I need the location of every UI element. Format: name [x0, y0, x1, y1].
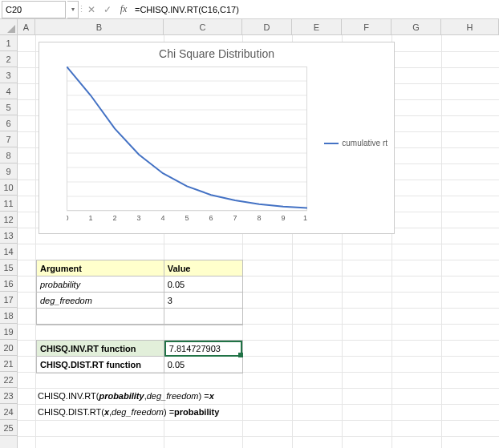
svg-text:4: 4 — [160, 214, 164, 222]
empty-cell[interactable] — [164, 309, 242, 325]
chart-title: Chi Square Distribution — [39, 42, 394, 62]
svg-text:7: 7 — [233, 214, 237, 222]
col-header-H[interactable]: H — [441, 19, 499, 34]
row-header-14[interactable]: 14 — [0, 244, 17, 260]
col-header-A[interactable]: A — [18, 19, 35, 34]
svg-text:9: 9 — [281, 214, 285, 222]
x-icon: ✕ — [87, 4, 95, 15]
row-header-23[interactable]: 23 — [0, 388, 17, 404]
svg-text:0: 0 — [67, 214, 69, 222]
row-header-5[interactable]: 5 — [0, 99, 17, 115]
argument-table: Argument Value probability 0.05 deg_free… — [36, 260, 243, 325]
row-header-7[interactable]: 7 — [0, 131, 17, 147]
func-value: 7.814727903 — [169, 344, 221, 353]
svg-text:2: 2 — [112, 214, 116, 222]
svg-text:3: 3 — [136, 214, 140, 222]
select-all-corner[interactable] — [0, 19, 18, 35]
chart-legend: cumulative rt — [324, 139, 387, 147]
arg-value[interactable]: 3 — [164, 293, 242, 309]
formula-bar: C20 ▾ ⋮ ✕ ✓ fx — [0, 0, 499, 19]
name-box-text: C20 — [6, 5, 22, 14]
svg-text:8: 8 — [257, 214, 261, 222]
name-box[interactable]: C20 — [2, 1, 66, 18]
formula-input[interactable] — [132, 1, 499, 18]
row-header-19[interactable]: 19 — [0, 324, 17, 340]
col-header-G[interactable]: G — [391, 19, 441, 34]
func-label[interactable]: CHISQ.DIST.RT function — [37, 357, 164, 373]
col-header-F[interactable]: F — [342, 19, 391, 34]
func-value[interactable]: 0.05 — [164, 357, 242, 373]
table-row: deg_freedom 3 — [37, 293, 242, 309]
empty-cell[interactable] — [37, 309, 164, 325]
cancel-button[interactable]: ✕ — [83, 1, 99, 18]
chevron-down-icon: ▾ — [71, 6, 75, 13]
row-header-2[interactable]: 2 — [0, 51, 17, 67]
row-header-1[interactable]: 1 — [0, 35, 17, 51]
row-header-15[interactable]: 15 — [0, 260, 17, 276]
col-header-D[interactable]: D — [242, 19, 292, 34]
svg-text:1: 1 — [88, 214, 92, 222]
row-header-8[interactable]: 8 — [0, 147, 17, 163]
arg-value[interactable]: 0.05 — [164, 276, 242, 293]
row-header-22[interactable]: 22 — [0, 372, 17, 388]
chart-plot: 012345678910 00.10.20.30.40.50.60.70.80.… — [67, 67, 307, 227]
arg-name[interactable]: deg_freedom — [37, 293, 164, 309]
row-header-10[interactable]: 10 — [0, 180, 17, 196]
func-label[interactable]: CHISQ.INV.RT function — [37, 341, 164, 357]
active-cell[interactable]: 7.814727903 — [164, 341, 242, 357]
chart[interactable]: Chi Square Distribution 012345678910 00.… — [39, 42, 395, 234]
row-header-3[interactable]: 3 — [0, 67, 17, 83]
row-header-24[interactable]: 24 — [0, 404, 17, 420]
table-row — [37, 309, 242, 325]
row-header-6[interactable]: 6 — [0, 115, 17, 131]
enter-button[interactable]: ✓ — [99, 1, 116, 18]
insert-function-button[interactable]: fx — [116, 1, 132, 18]
note-line-2[interactable]: CHISQ.DIST.RT( x , deg_freedom ) = proba… — [36, 404, 221, 420]
check-icon: ✓ — [103, 4, 112, 15]
row-header-18[interactable]: 18 — [0, 308, 17, 324]
row-header-11[interactable]: 11 — [0, 196, 17, 212]
note-line-1[interactable]: CHISQ.INV.RT( probability , deg_freedom … — [36, 388, 216, 404]
row-header-9[interactable]: 9 — [0, 163, 17, 180]
fx-icon: fx — [120, 3, 128, 15]
arg-name[interactable]: probability — [37, 276, 164, 293]
col-header-C[interactable]: C — [164, 19, 242, 34]
col-header-E[interactable]: E — [292, 19, 342, 34]
row-header-20[interactable]: 20 — [0, 340, 17, 356]
row-header-21[interactable]: 21 — [0, 356, 17, 372]
row-headers: 1234567891011121314151617181920212223242… — [0, 35, 18, 448]
column-headers: ABCDEFGH — [18, 19, 499, 35]
table-header-value: Value — [164, 260, 242, 276]
legend-swatch — [324, 143, 339, 144]
svg-text:5: 5 — [185, 214, 189, 222]
table-header-argument: Argument — [37, 260, 164, 276]
table-row: probability 0.05 — [37, 276, 242, 293]
svg-text:6: 6 — [209, 214, 213, 222]
row-header-25[interactable]: 25 — [0, 420, 17, 436]
fill-handle[interactable] — [238, 353, 243, 357]
row-header-13[interactable]: 13 — [0, 228, 17, 244]
row-header-4[interactable]: 4 — [0, 83, 17, 99]
row-header-16[interactable]: 16 — [0, 276, 17, 292]
row-header-12[interactable]: 12 — [0, 212, 17, 228]
legend-label: cumulative rt — [342, 139, 387, 147]
col-header-B[interactable]: B — [35, 19, 164, 34]
row-header-17[interactable]: 17 — [0, 292, 17, 308]
function-results: CHISQ.INV.RT function 7.814727903 CHISQ.… — [36, 340, 243, 373]
svg-text:10: 10 — [303, 214, 307, 222]
cells-area[interactable]: Chi Square Distribution 012345678910 00.… — [18, 35, 499, 448]
